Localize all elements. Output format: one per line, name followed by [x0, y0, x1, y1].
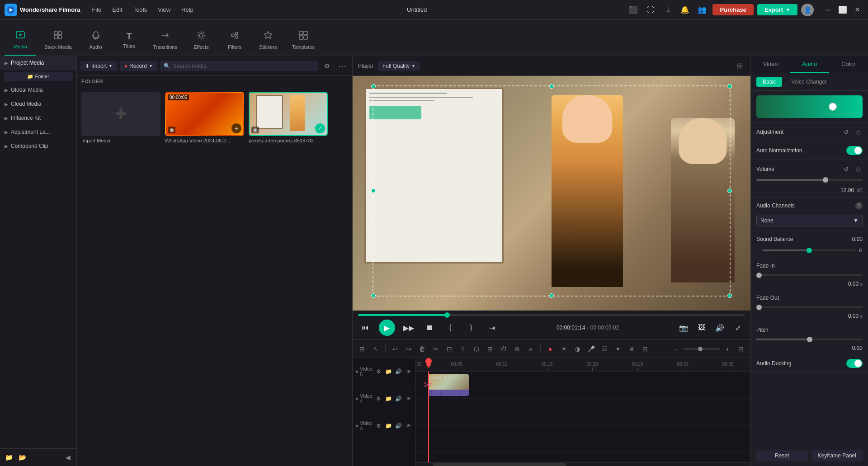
- tl-speed-btn[interactable]: ⏱: [498, 343, 509, 355]
- tab-titles[interactable]: T Titles: [113, 24, 145, 56]
- sidebar-item-adjustment[interactable]: ▶ Adjustment La...: [0, 125, 76, 139]
- volume-button[interactable]: 🔊: [712, 320, 727, 335]
- screenshot-button[interactable]: 🖼: [694, 320, 709, 335]
- subtab-basic[interactable]: Basic: [756, 77, 782, 87]
- filter-button[interactable]: ⚙: [321, 60, 333, 72]
- volume-handle[interactable]: [823, 177, 828, 183]
- purchase-button[interactable]: Purchase: [712, 4, 754, 15]
- in-point-btn[interactable]: {: [443, 320, 458, 335]
- more-options-button[interactable]: ⋯: [336, 60, 349, 72]
- audio-meter-handle[interactable]: [829, 103, 837, 111]
- community-icon[interactable]: 👥: [695, 3, 709, 17]
- quality-selector[interactable]: Full Quality ▼: [378, 61, 420, 71]
- tl-pip-btn[interactable]: ⊞: [484, 343, 496, 355]
- tl-undo-btn[interactable]: ↩: [389, 343, 401, 355]
- track3-eye-icon[interactable]: 👁: [404, 421, 413, 430]
- maximize-button[interactable]: ⬜: [836, 4, 849, 16]
- menu-help[interactable]: Help: [177, 5, 198, 15]
- tab-video[interactable]: Video: [751, 56, 790, 73]
- menu-tools[interactable]: Tools: [129, 5, 151, 15]
- sidebar-item-influence-kit[interactable]: ▶ Influence Kit: [0, 111, 76, 125]
- sidebar-add-folder-btn[interactable]: 📁: [3, 452, 14, 463]
- tl-redo-btn[interactable]: ↪: [403, 343, 415, 355]
- auto-norm-toggle[interactable]: [846, 146, 863, 155]
- keyframe-panel-button[interactable]: Keyframe Panel: [811, 450, 863, 461]
- media-thumb-whatsapp[interactable]: 00:00:05 ▣ +: [165, 92, 244, 136]
- track4-settings-icon[interactable]: ⚙: [374, 394, 383, 403]
- subtab-voice-changer[interactable]: Voice Changer: [785, 77, 833, 87]
- fade-in-slider[interactable]: [756, 274, 863, 276]
- player-canvas[interactable]: [353, 76, 750, 311]
- audio-ducking-toggle[interactable]: [846, 359, 863, 368]
- adjustment-diamond-icon[interactable]: ◇: [854, 127, 863, 137]
- player-layout-icon[interactable]: ⊞: [734, 61, 745, 71]
- track4-folder-icon[interactable]: 📁: [384, 394, 393, 403]
- tl-text-btn[interactable]: T: [457, 343, 469, 355]
- fade-out-handle[interactable]: [756, 305, 762, 310]
- track5-eye-icon[interactable]: 👁: [404, 367, 413, 376]
- menu-view[interactable]: View: [153, 5, 175, 15]
- tl-record-btn[interactable]: ●: [544, 343, 556, 355]
- rewind-button[interactable]: ⏮: [358, 320, 373, 335]
- record-button[interactable]: ● Record ▼: [120, 61, 157, 71]
- folder-button[interactable]: 📁 Folder: [4, 72, 73, 81]
- import-media-thumb[interactable]: ✚: [81, 92, 160, 136]
- sidebar-item-compound-clip[interactable]: ▶ Compound Clip: [0, 139, 76, 153]
- tab-stickers[interactable]: Stickers: [252, 24, 284, 56]
- timeline-scrollbar-thumb[interactable]: [433, 463, 566, 466]
- sidebar-item-cloud-media[interactable]: ▶ Cloud Media: [0, 97, 76, 111]
- volume-diamond-icon[interactable]: ◇: [854, 165, 863, 174]
- tl-color-btn[interactable]: ☀: [558, 343, 570, 355]
- fullscreen-player-button[interactable]: ⤢: [731, 320, 745, 335]
- snapshot-button[interactable]: 📷: [676, 320, 691, 335]
- fade-in-handle[interactable]: [756, 273, 762, 278]
- clip-video5[interactable]: pexels-arte...: [428, 374, 469, 396]
- out-point-btn[interactable]: }: [464, 320, 478, 335]
- minimize-button[interactable]: ─: [822, 4, 835, 16]
- tl-copy-btn[interactable]: ⊟: [639, 343, 651, 355]
- media-thumb-pexels[interactable]: ▣ ✓: [249, 92, 328, 136]
- menu-file[interactable]: File: [87, 5, 106, 15]
- track4-audio-icon[interactable]: 🔊: [394, 394, 403, 403]
- sidebar-collapse-btn[interactable]: ◀: [62, 452, 74, 463]
- tl-caption-btn[interactable]: ☰: [599, 343, 610, 355]
- volume-slider[interactable]: [756, 179, 863, 181]
- track3-audio-icon[interactable]: 🔊: [394, 421, 403, 430]
- import-button[interactable]: ⬇ Import ▼: [80, 61, 117, 71]
- avatar[interactable]: 👤: [801, 4, 814, 16]
- tl-mic-btn[interactable]: 🎤: [585, 343, 597, 355]
- track3-folder-icon[interactable]: 📁: [384, 421, 393, 430]
- reset-button[interactable]: Reset: [756, 450, 808, 461]
- download-icon[interactable]: ⤓: [661, 3, 675, 17]
- tab-filters[interactable]: Filters: [219, 24, 250, 56]
- pitch-slider[interactable]: [756, 339, 863, 340]
- track4-eye-icon[interactable]: 👁: [404, 394, 413, 403]
- tl-delete-btn[interactable]: 🗑: [416, 343, 428, 355]
- tl-zoom-in-btn[interactable]: +: [722, 343, 733, 355]
- track5-audio-icon[interactable]: 🔊: [394, 367, 403, 376]
- tl-ai-btn[interactable]: ✦: [612, 343, 624, 355]
- layout-icon[interactable]: ⬛: [627, 3, 640, 17]
- pitch-handle[interactable]: [807, 337, 812, 342]
- tl-warp-btn[interactable]: ⬡: [471, 343, 482, 355]
- track3-settings-icon[interactable]: ⚙: [374, 421, 383, 430]
- close-button[interactable]: ✕: [851, 4, 863, 16]
- stop-button[interactable]: ⏹: [422, 320, 437, 335]
- tl-zoom-handle[interactable]: [698, 347, 703, 351]
- tab-media[interactable]: Media: [5, 24, 36, 56]
- tl-more-btn[interactable]: »: [525, 343, 537, 355]
- tab-audio[interactable]: Audio: [80, 24, 112, 56]
- sidebar-remove-folder-btn[interactable]: 📂: [16, 452, 28, 463]
- tl-zoom-track[interactable]: [684, 348, 720, 350]
- playhead-move-btn[interactable]: ⇥: [485, 320, 499, 335]
- audio-channels-dropdown[interactable]: None ▼: [756, 215, 863, 226]
- tab-effects[interactable]: Effects: [185, 24, 217, 56]
- tl-screen-btn[interactable]: 🖥: [626, 343, 637, 355]
- menu-edit[interactable]: Edit: [108, 5, 127, 15]
- tl-cut-btn[interactable]: ✂: [430, 343, 442, 355]
- adjustment-reset-icon[interactable]: ↺: [842, 127, 851, 137]
- fade-out-slider[interactable]: [756, 306, 863, 308]
- tl-zoom-out-btn[interactable]: −: [670, 343, 682, 355]
- sidebar-item-project-media[interactable]: ▶ Project Media: [0, 56, 76, 70]
- forward-button[interactable]: ▶▶: [401, 320, 416, 335]
